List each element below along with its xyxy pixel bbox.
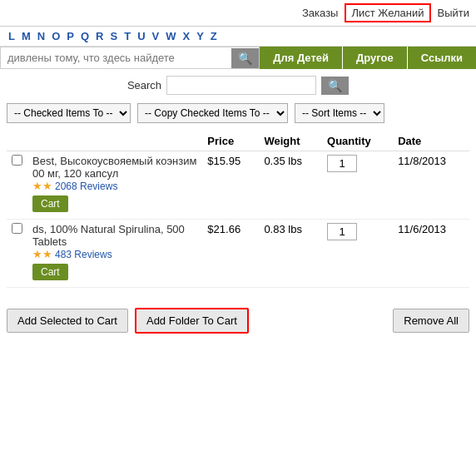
row2-stars: ★★: [32, 248, 52, 260]
row2-weight: 0.83 lbs: [259, 220, 322, 288]
search-bar-top: 🔍: [0, 47, 260, 69]
header-date: Date: [393, 131, 469, 151]
alpha-Q[interactable]: Q: [79, 30, 91, 42]
table-row: ds, 100% Natural Spirulina, 500 Tablets …: [7, 220, 469, 288]
add-selected-to-cart-button[interactable]: Add Selected to Cart: [7, 309, 128, 333]
row1-item-name: Best, Высокоусвояемый коэнзим 00 мг, 120…: [32, 155, 197, 180]
bottom-buttons: Add Selected to Cart Add Folder To Cart …: [7, 301, 469, 340]
row1-reviews: ★★ 2068 Reviews: [32, 180, 197, 192]
checkbox-col-header: [7, 131, 27, 151]
row2-quantity-cell: [322, 220, 393, 288]
alpha-M[interactable]: M: [20, 30, 32, 42]
row1-cart-button[interactable]: Cart: [32, 195, 68, 212]
alpha-U[interactable]: U: [136, 30, 146, 42]
wishlist-link[interactable]: Лист Желаний: [345, 3, 430, 22]
add-folder-to-cart-button[interactable]: Add Folder To Cart: [135, 308, 249, 334]
row2-quantity-input[interactable]: [327, 223, 357, 240]
search-label: Search: [127, 79, 161, 92]
logout-link[interactable]: Выйти: [438, 7, 470, 19]
orders-link[interactable]: Заказы: [302, 7, 338, 19]
row1-quantity-input[interactable]: [327, 155, 357, 172]
row2-cart-cell: Cart: [32, 260, 197, 280]
row2-reviews-link[interactable]: 483 Reviews: [55, 249, 112, 260]
dropdowns-row: -- Checked Items To -- -- Copy Checked I…: [7, 103, 469, 123]
alpha-N[interactable]: N: [36, 30, 47, 42]
cat-other-button[interactable]: Другое: [343, 47, 408, 69]
alpha-Y[interactable]: Y: [195, 30, 206, 42]
header-name: [27, 131, 202, 151]
alpha-O[interactable]: O: [50, 30, 62, 42]
row2-cart-button[interactable]: Cart: [32, 264, 68, 280]
alpha-S[interactable]: S: [109, 30, 120, 42]
row2-name-cell: ds, 100% Natural Spirulina, 500 Tablets …: [27, 220, 202, 288]
row2-checkbox-cell: [7, 220, 27, 288]
row1-stars: ★★: [32, 180, 52, 192]
alpha-R[interactable]: R: [94, 30, 105, 42]
table-header-row: Price Weight Quantity Date: [7, 131, 469, 151]
row1-price: $15.95: [202, 151, 259, 220]
alpha-X[interactable]: X: [181, 30, 191, 42]
header-price: Price: [202, 131, 259, 151]
search-button[interactable]: 🔍: [321, 77, 349, 95]
row2-item-name: ds, 100% Natural Spirulina, 500 Tablets: [32, 223, 197, 248]
row1-reviews-link[interactable]: 2068 Reviews: [55, 181, 117, 192]
row1-quantity-cell: [322, 151, 393, 220]
cat-nav: 🔍 Для Детей Другое Ссылки: [0, 47, 476, 69]
alpha-W[interactable]: W: [164, 30, 177, 42]
alpha-T[interactable]: T: [122, 30, 132, 42]
alpha-L[interactable]: L: [7, 30, 17, 42]
row1-cart-cell: Cart: [32, 192, 197, 212]
row1-name-cell: Best, Высокоусвояемый коэнзим 00 мг, 120…: [27, 151, 202, 220]
row2-reviews: ★★ 483 Reviews: [32, 248, 197, 260]
alpha-Z[interactable]: Z: [209, 30, 219, 42]
copy-items-dropdown[interactable]: -- Copy Checked Items To --: [137, 103, 288, 123]
row2-checkbox[interactable]: [12, 223, 22, 234]
top-search-input[interactable]: [1, 48, 231, 67]
header-weight: Weight: [259, 131, 322, 151]
remove-all-button[interactable]: Remove All: [393, 309, 469, 333]
row1-weight: 0.35 lbs: [259, 151, 322, 220]
main-content: Search 🔍 -- Checked Items To -- -- Copy …: [0, 69, 476, 347]
alpha-P[interactable]: P: [65, 30, 76, 42]
row1-checkbox[interactable]: [12, 155, 22, 166]
table-row: Best, Высокоусвояемый коэнзим 00 мг, 120…: [7, 151, 469, 220]
row2-date: 11/6/2013: [393, 220, 469, 288]
search-row: Search 🔍: [7, 76, 469, 95]
row1-checkbox-cell: [7, 151, 27, 220]
alpha-V[interactable]: V: [151, 30, 161, 42]
sort-items-dropdown[interactable]: -- Sort Items --: [295, 103, 384, 123]
row2-price: $21.66: [202, 220, 259, 288]
top-nav: Заказы Лист Желаний Выйти: [0, 0, 476, 27]
alpha-nav: L M N O P Q R S T U V W X Y Z: [0, 27, 476, 47]
cat-links-button[interactable]: Ссылки: [408, 47, 476, 69]
search-input[interactable]: [166, 76, 316, 95]
row1-date: 11/8/2013: [393, 151, 469, 220]
cat-children-button[interactable]: Для Детей: [260, 47, 343, 69]
items-table: Price Weight Quantity Date Best, Высокоу…: [7, 131, 469, 288]
move-items-dropdown[interactable]: -- Checked Items To --: [7, 103, 131, 123]
header-quantity: Quantity: [322, 131, 393, 151]
top-search-button[interactable]: 🔍: [231, 48, 259, 68]
